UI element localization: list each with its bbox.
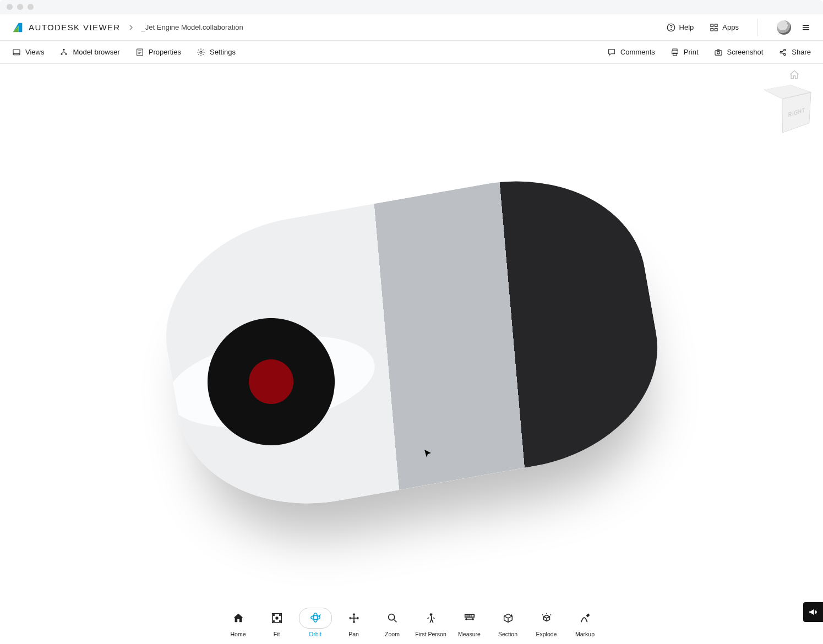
svg-point-23 bbox=[279, 615, 280, 616]
settings-label: Settings bbox=[210, 48, 236, 56]
svg-rect-4 bbox=[711, 28, 713, 31]
svg-point-25 bbox=[279, 621, 280, 622]
brand-name: AUTODESK VIEWER bbox=[29, 23, 121, 32]
help-label: Help bbox=[679, 23, 694, 31]
properties-button[interactable]: Properties bbox=[135, 48, 181, 57]
hamburger-icon bbox=[801, 23, 811, 32]
section-icon bbox=[502, 612, 514, 624]
print-icon bbox=[671, 48, 679, 57]
viewcube-face-right[interactable]: RIGHT bbox=[782, 92, 811, 133]
measure-icon bbox=[464, 612, 476, 624]
tool-orbit[interactable]: Orbit bbox=[296, 604, 335, 641]
tool-pan[interactable]: Pan bbox=[335, 605, 373, 641]
autodesk-logo-icon bbox=[12, 22, 23, 33]
window-chrome bbox=[0, 0, 823, 14]
comments-label: Comments bbox=[620, 48, 655, 56]
svg-point-22 bbox=[273, 615, 274, 616]
fit-icon bbox=[271, 612, 283, 624]
tool-orbit-label: Orbit bbox=[309, 631, 321, 637]
user-avatar[interactable] bbox=[777, 20, 791, 35]
viewcube[interactable]: RIGHT BACK bbox=[766, 86, 808, 128]
settings-button[interactable]: Settings bbox=[197, 48, 236, 57]
tool-zoom[interactable]: Zoom bbox=[373, 605, 412, 641]
svg-point-7 bbox=[63, 48, 65, 50]
print-button[interactable]: Print bbox=[671, 48, 699, 57]
traffic-light-minimize[interactable] bbox=[17, 4, 23, 10]
cursor-icon bbox=[424, 449, 433, 460]
explode-icon bbox=[541, 612, 553, 624]
model-browser-label: Model browser bbox=[73, 48, 119, 56]
svg-point-8 bbox=[61, 53, 63, 54]
help-button[interactable]: Help bbox=[666, 23, 694, 32]
apps-label: Apps bbox=[722, 23, 739, 31]
pan-icon bbox=[348, 612, 360, 624]
svg-point-9 bbox=[66, 53, 67, 54]
tool-pan-label: Pan bbox=[348, 631, 359, 637]
tool-home-label: Home bbox=[230, 631, 246, 637]
svg-point-19 bbox=[784, 53, 786, 55]
brand[interactable]: AUTODESK VIEWER bbox=[12, 22, 121, 33]
header-secondary: Views Model browser Properties Settings … bbox=[0, 41, 823, 64]
svg-point-18 bbox=[784, 49, 786, 51]
toolstrip: HomeFitOrbitPanZoomFirst PersonMeasureSe… bbox=[0, 605, 823, 644]
tree-icon bbox=[59, 48, 68, 57]
share-label: Share bbox=[792, 48, 811, 56]
traffic-light-close[interactable] bbox=[7, 4, 13, 10]
svg-rect-2 bbox=[711, 24, 713, 27]
svg-point-11 bbox=[200, 51, 202, 53]
tool-firstperson-label: First Person bbox=[415, 631, 446, 637]
svg-point-26 bbox=[310, 615, 320, 619]
svg-point-16 bbox=[717, 51, 720, 54]
tool-explode[interactable]: Explode bbox=[527, 605, 566, 641]
firstperson-icon bbox=[425, 612, 437, 624]
views-icon bbox=[12, 48, 21, 57]
model-jet-engine[interactable] bbox=[148, 159, 675, 525]
tool-home[interactable]: Home bbox=[219, 605, 258, 641]
screenshot-button[interactable]: Screenshot bbox=[714, 48, 764, 57]
comment-icon bbox=[607, 48, 616, 57]
tool-fit[interactable]: Fit bbox=[258, 605, 296, 641]
help-icon bbox=[666, 23, 676, 32]
viewport-3d[interactable]: RIGHT BACK HomeFitOrbitPanZoomFirst Pers… bbox=[0, 64, 823, 644]
svg-point-24 bbox=[273, 621, 274, 622]
tool-explode-label: Explode bbox=[536, 631, 557, 637]
share-icon bbox=[778, 48, 787, 57]
tool-firstperson[interactable]: First Person bbox=[412, 605, 450, 641]
tool-measure[interactable]: Measure bbox=[450, 605, 489, 641]
tool-section[interactable]: Section bbox=[489, 605, 527, 641]
tool-section-label: Section bbox=[498, 631, 517, 637]
views-label: Views bbox=[25, 48, 44, 56]
model-browser-button[interactable]: Model browser bbox=[59, 48, 119, 57]
viewcube-home-button[interactable] bbox=[789, 69, 800, 83]
file-name: _Jet Engine Model.collaboration bbox=[141, 23, 243, 31]
header-primary: AUTODESK VIEWER _Jet Engine Model.collab… bbox=[0, 14, 823, 41]
home-icon bbox=[232, 612, 244, 624]
tool-fit-label: Fit bbox=[274, 631, 280, 637]
svg-rect-30 bbox=[465, 615, 474, 618]
svg-rect-14 bbox=[673, 53, 677, 56]
tool-markup[interactable]: Markup bbox=[566, 605, 604, 641]
tool-measure-label: Measure bbox=[458, 631, 481, 637]
svg-rect-5 bbox=[715, 28, 718, 31]
camera-icon bbox=[714, 48, 723, 57]
screenshot-label: Screenshot bbox=[727, 48, 764, 56]
markup-icon bbox=[579, 612, 591, 624]
share-button[interactable]: Share bbox=[778, 48, 811, 57]
gear-icon bbox=[197, 48, 205, 57]
divider bbox=[757, 19, 758, 36]
orbit-icon bbox=[309, 612, 321, 624]
breadcrumb-chevron-icon bbox=[128, 23, 134, 32]
svg-point-21 bbox=[276, 617, 278, 619]
properties-label: Properties bbox=[149, 48, 181, 56]
tool-markup-label: Markup bbox=[575, 631, 595, 637]
comments-button[interactable]: Comments bbox=[607, 48, 655, 57]
svg-rect-3 bbox=[715, 24, 718, 27]
svg-point-28 bbox=[388, 614, 394, 620]
svg-rect-6 bbox=[13, 50, 20, 54]
hamburger-menu-button[interactable] bbox=[801, 23, 811, 32]
zoom-icon bbox=[386, 612, 399, 624]
traffic-light-zoom[interactable] bbox=[28, 4, 34, 10]
apps-button[interactable]: Apps bbox=[709, 23, 739, 32]
print-label: Print bbox=[684, 48, 699, 56]
views-button[interactable]: Views bbox=[12, 48, 44, 57]
